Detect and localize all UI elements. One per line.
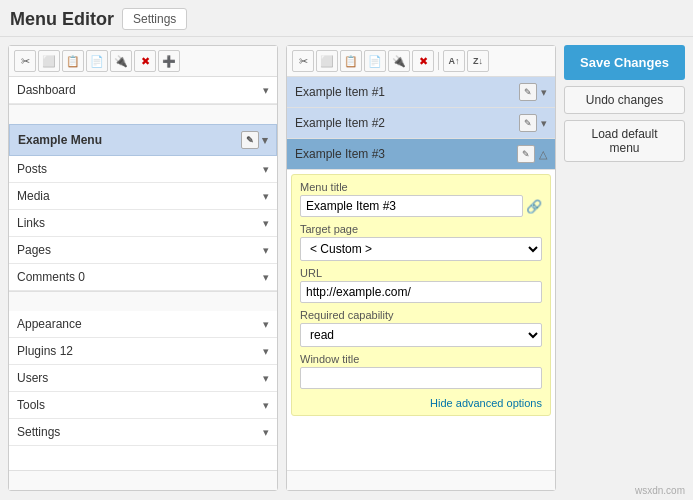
chevron-down-icon: ▾: [263, 244, 269, 257]
list-item[interactable]: Example Item #1 ✎ ▾: [287, 77, 555, 108]
add-icon[interactable]: 📄: [86, 50, 108, 72]
required-capability-field: Required capability read edit_posts mana…: [300, 309, 542, 347]
middle-panel-footer: [287, 470, 555, 490]
window-title-field: Window title: [300, 353, 542, 389]
target-page-select[interactable]: < Custom > Home About Contact: [300, 237, 542, 261]
list-item[interactable]: Media ▾: [9, 183, 277, 210]
chevron-down-icon: ▾: [262, 134, 268, 147]
cut-icon[interactable]: ✂: [292, 50, 314, 72]
middle-toolbar: ✂ ⬜ 📋 📄 🔌 ✖ A↑ Z↓: [287, 46, 555, 77]
plugin-icon[interactable]: 🔌: [388, 50, 410, 72]
target-page-label: Target page: [300, 223, 542, 235]
right-panel: Save Changes Undo changes Load default m…: [564, 45, 685, 491]
left-spacer-1: [9, 104, 277, 124]
separator: [438, 52, 439, 70]
left-toolbar: ✂ ⬜ 📋 📄 🔌 ✖ ➕: [9, 46, 277, 77]
edit-icon[interactable]: ✎: [519, 83, 537, 101]
delete-icon[interactable]: ✖: [134, 50, 156, 72]
list-item[interactable]: Links ▾: [9, 210, 277, 237]
window-title-input[interactable]: [300, 367, 542, 389]
chevron-down-icon: ▾: [263, 399, 269, 412]
edit-icon[interactable]: ✎: [519, 114, 537, 132]
page-title: Menu Editor: [10, 9, 114, 30]
chevron-down-icon: ▾: [263, 345, 269, 358]
chevron-down-icon: ▾: [263, 318, 269, 331]
list-item[interactable]: Settings ▾: [9, 419, 277, 446]
menu-title-label: Menu title: [300, 181, 542, 193]
list-item[interactable]: Plugins 12 ▾: [9, 338, 277, 365]
detail-form: Menu title 🔗 Target page < Custom > Home…: [291, 174, 551, 416]
menu-title-input[interactable]: [300, 195, 523, 217]
url-input[interactable]: [300, 281, 542, 303]
required-capability-label: Required capability: [300, 309, 542, 321]
list-item[interactable]: Example Item #2 ✎ ▾: [287, 108, 555, 139]
chevron-down-icon: ▾: [263, 217, 269, 230]
required-capability-select[interactable]: read edit_posts manage_options: [300, 323, 542, 347]
url-label: URL: [300, 267, 542, 279]
left-spacer-2: [9, 291, 277, 311]
chevron-down-icon: ▾: [263, 190, 269, 203]
edit-icon[interactable]: ✎: [517, 145, 535, 163]
delete-icon[interactable]: ✖: [412, 50, 434, 72]
left-panel: ✂ ⬜ 📋 📄 🔌 ✖ ➕ Dashboard ▾ Example Menu ✎…: [8, 45, 278, 491]
list-item[interactable]: Users ▾: [9, 365, 277, 392]
chevron-up-icon: △: [539, 148, 547, 161]
list-item[interactable]: Pages ▾: [9, 237, 277, 264]
left-panel-footer: [9, 470, 277, 490]
middle-panel: ✂ ⬜ 📋 📄 🔌 ✖ A↑ Z↓ Example Item #1 ✎ ▾ Ex…: [286, 45, 556, 491]
main-content: ✂ ⬜ 📋 📄 🔌 ✖ ➕ Dashboard ▾ Example Menu ✎…: [0, 37, 693, 499]
paste-icon[interactable]: 📋: [340, 50, 362, 72]
chevron-down-icon: ▾: [263, 426, 269, 439]
chevron-down-icon: ▾: [541, 117, 547, 130]
copy-icon[interactable]: ⬜: [38, 50, 60, 72]
settings-tab[interactable]: Settings: [122, 8, 187, 30]
list-item[interactable]: Tools ▾: [9, 392, 277, 419]
chevron-down-icon: ▾: [263, 163, 269, 176]
header: Menu Editor Settings: [0, 0, 693, 37]
list-item[interactable]: Posts ▾: [9, 156, 277, 183]
cut-icon[interactable]: ✂: [14, 50, 36, 72]
copy-icon[interactable]: ⬜: [316, 50, 338, 72]
chevron-down-icon: ▾: [541, 86, 547, 99]
target-page-field: Target page < Custom > Home About Contac…: [300, 223, 542, 261]
plugin-icon[interactable]: 🔌: [110, 50, 132, 72]
watermark: wsxdn.com: [635, 485, 685, 496]
menu-title-field: Menu title 🔗: [300, 181, 542, 217]
hide-advanced-options[interactable]: Hide advanced options: [300, 395, 542, 409]
list-item[interactable]: Dashboard ▾: [9, 77, 277, 104]
undo-changes-button[interactable]: Undo changes: [564, 86, 685, 114]
load-default-button[interactable]: Load default menu: [564, 120, 685, 162]
list-item[interactable]: Appearance ▾: [9, 311, 277, 338]
list-item[interactable]: Example Menu ✎ ▾: [9, 124, 277, 156]
paste-icon[interactable]: 📋: [62, 50, 84, 72]
middle-menu-list: Example Item #1 ✎ ▾ Example Item #2 ✎ ▾ …: [287, 77, 555, 470]
url-field: URL: [300, 267, 542, 303]
chevron-down-icon: ▾: [263, 372, 269, 385]
left-menu-list: Dashboard ▾ Example Menu ✎ ▾ Posts ▾ Med…: [9, 77, 277, 470]
edit-icon[interactable]: ✎: [241, 131, 259, 149]
list-item[interactable]: Example Item #3 ✎ △: [287, 139, 555, 170]
add-green-icon[interactable]: ➕: [158, 50, 180, 72]
save-changes-button[interactable]: Save Changes: [564, 45, 685, 80]
list-item[interactable]: Comments 0 ▾: [9, 264, 277, 291]
chevron-down-icon: ▾: [263, 271, 269, 284]
window-title-label: Window title: [300, 353, 542, 365]
add-icon[interactable]: 📄: [364, 50, 386, 72]
sort-asc-icon[interactable]: A↑: [443, 50, 465, 72]
sort-desc-icon[interactable]: Z↓: [467, 50, 489, 72]
link-icon: 🔗: [526, 199, 542, 214]
chevron-down-icon: ▾: [263, 84, 269, 97]
